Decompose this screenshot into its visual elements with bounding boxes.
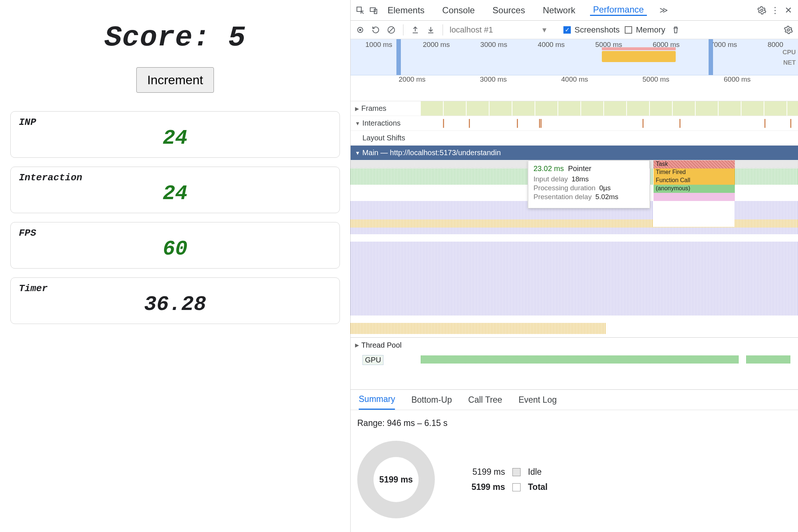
tracks: ▶Frames ▼Interactions Layout Shifts ▼Mai… bbox=[351, 101, 798, 160]
overview-tick: 8000 bbox=[768, 41, 783, 49]
performance-toolbar: localhost #1 ✓Screenshots Memory bbox=[351, 21, 798, 39]
overview-lane-label: NET bbox=[783, 59, 796, 66]
bottom-tab-bottom-up[interactable]: Bottom-Up bbox=[411, 390, 452, 410]
track-layout-shifts[interactable]: Layout Shifts bbox=[351, 131, 798, 146]
settings-gear-icon[interactable] bbox=[757, 5, 767, 16]
svg-point-3 bbox=[761, 9, 763, 11]
summary-range: Range: 946 ms – 6.15 s bbox=[357, 418, 791, 428]
ruler-tick: 3000 ms bbox=[480, 75, 507, 83]
inspect-icon[interactable] bbox=[355, 5, 365, 16]
tooltip-duration: 23.02 ms bbox=[533, 164, 564, 173]
score-value: 5 bbox=[228, 21, 246, 54]
track-main[interactable]: ▼Main — http://localhost:5173/understand… bbox=[351, 146, 798, 160]
bottom-tab-bar: Summary Bottom-Up Call Tree Event Log bbox=[351, 389, 798, 410]
track-thread-pool[interactable]: ▶Thread Pool bbox=[351, 338, 798, 352]
summary-legend: 5199 ms Idle 5199 ms Total bbox=[461, 467, 557, 492]
track-frames[interactable]: ▶Frames bbox=[351, 101, 798, 116]
summary-donut: 5199 ms bbox=[357, 441, 435, 518]
metric-value: 36.28 bbox=[19, 294, 331, 315]
summary-pane: Range: 946 ms – 6.15 s 5199 ms 5199 ms I… bbox=[351, 410, 798, 532]
overview-tick: 7000 ms bbox=[710, 41, 737, 49]
memory-checkbox[interactable]: Memory bbox=[625, 25, 665, 35]
overview-handle-left[interactable] bbox=[396, 39, 401, 75]
screenshots-checkbox[interactable]: ✓Screenshots bbox=[563, 25, 620, 35]
lower-tracks: ▶Thread Pool GPU bbox=[351, 338, 798, 367]
overview-handle-right[interactable] bbox=[709, 39, 713, 75]
tab-elements[interactable]: Elements bbox=[385, 5, 427, 16]
metric-card-fps: FPS 60 bbox=[10, 222, 340, 269]
bottom-tab-event-log[interactable]: Event Log bbox=[518, 390, 557, 410]
flame-anonymous[interactable]: (anonymous) bbox=[654, 185, 735, 193]
track-gpu[interactable]: GPU bbox=[351, 352, 798, 367]
increment-button[interactable]: Increment bbox=[136, 67, 214, 93]
flame-gap bbox=[654, 201, 735, 227]
legend-row: 5199 ms Total bbox=[461, 482, 557, 492]
clear-icon[interactable] bbox=[386, 25, 396, 35]
bottom-tab-call-tree[interactable]: Call Tree bbox=[468, 390, 502, 410]
ruler-tick: 2000 ms bbox=[399, 75, 426, 83]
overview-tick: 1000 ms bbox=[365, 41, 392, 49]
tooltip-type: Pointer bbox=[568, 164, 591, 173]
kebab-menu-icon[interactable]: ⋮ bbox=[770, 5, 780, 16]
metric-value: 60 bbox=[19, 239, 331, 259]
bottom-tab-summary[interactable]: Summary bbox=[359, 390, 395, 410]
svg-point-5 bbox=[359, 29, 361, 31]
overview-strip[interactable]: 1000 ms 2000 ms 3000 ms 4000 ms 5000 ms … bbox=[351, 39, 798, 75]
track-interactions[interactable]: ▼Interactions bbox=[351, 116, 798, 131]
tab-console[interactable]: Console bbox=[439, 5, 478, 16]
devtools-panel: Elements Console Sources Network Perform… bbox=[350, 0, 798, 532]
metric-card-inp: INP 24 bbox=[10, 111, 340, 158]
overview-tick: 4000 ms bbox=[538, 41, 565, 49]
score-display: Score: 5 bbox=[9, 21, 341, 54]
download-icon[interactable] bbox=[426, 25, 436, 35]
demo-app: Score: 5 Increment INP 24 Interaction 24… bbox=[0, 0, 350, 532]
svg-point-7 bbox=[787, 29, 790, 31]
tab-performance[interactable]: Performance bbox=[590, 4, 647, 16]
record-icon[interactable] bbox=[355, 25, 365, 35]
ruler-tick: 4000 ms bbox=[561, 75, 588, 83]
timeline-ruler[interactable]: 2000 ms 3000 ms 4000 ms 5000 ms 6000 ms bbox=[351, 75, 798, 101]
ruler-tick: 5000 ms bbox=[642, 75, 669, 83]
flame-task[interactable]: Task bbox=[654, 160, 735, 168]
flame-graph[interactable]: 23.02 ms Pointer Input delay18ms Process… bbox=[351, 160, 798, 338]
overview-tick: 2000 ms bbox=[423, 41, 450, 49]
score-label: Score: bbox=[105, 21, 228, 54]
overview-tick: 3000 ms bbox=[480, 41, 507, 49]
devtools-tab-bar: Elements Console Sources Network Perform… bbox=[351, 0, 798, 21]
metric-value: 24 bbox=[19, 128, 331, 149]
overview-activity bbox=[602, 47, 676, 50]
ruler-tick: 6000 ms bbox=[724, 75, 751, 83]
flame-segment[interactable] bbox=[654, 193, 735, 201]
tab-network[interactable]: Network bbox=[540, 5, 578, 16]
metric-card-timer: Timer 36.28 bbox=[10, 277, 340, 324]
summary-donut-center: 5199 ms bbox=[374, 457, 419, 502]
capture-settings-gear-icon[interactable] bbox=[783, 25, 794, 35]
legend-row: 5199 ms Idle bbox=[461, 467, 557, 477]
recording-target-dropdown[interactable]: localhost #1 bbox=[450, 25, 549, 35]
reload-icon[interactable] bbox=[371, 25, 381, 35]
metric-value: 24 bbox=[19, 183, 331, 204]
interaction-tooltip: 23.02 ms Pointer Input delay18ms Process… bbox=[528, 160, 650, 208]
legend-swatch bbox=[512, 483, 521, 491]
close-icon[interactable]: ✕ bbox=[783, 5, 794, 16]
overview-activity bbox=[602, 51, 676, 62]
tab-sources[interactable]: Sources bbox=[490, 5, 528, 16]
flame-timer-fired[interactable]: Timer Fired bbox=[654, 168, 735, 177]
flame-function-call[interactable]: Function Call bbox=[654, 177, 735, 185]
tabs-overflow-icon[interactable]: ≫ bbox=[659, 5, 669, 16]
metric-card-interaction: Interaction 24 bbox=[10, 167, 340, 213]
device-toolbar-icon[interactable] bbox=[368, 5, 379, 16]
upload-icon[interactable] bbox=[410, 25, 420, 35]
garbage-collect-icon[interactable] bbox=[671, 25, 681, 35]
legend-swatch bbox=[512, 468, 521, 476]
overview-lane-label: CPU bbox=[782, 49, 796, 56]
